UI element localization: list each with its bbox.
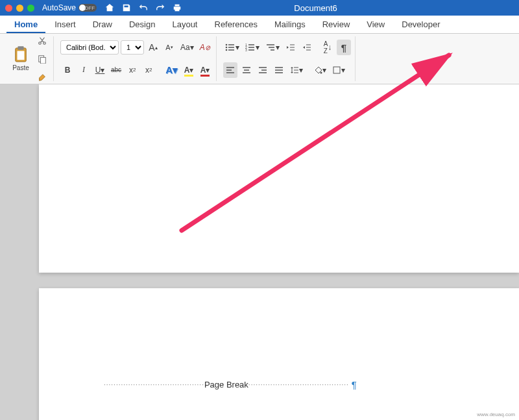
close-window-button[interactable] (5, 5, 12, 12)
align-center-button[interactable] (239, 62, 254, 78)
page-break-indicator: ········································… (104, 379, 454, 390)
maximize-window-button[interactable] (27, 5, 34, 12)
svg-text:3: 3 (245, 48, 247, 52)
justify-icon (274, 66, 284, 74)
tab-insert[interactable]: Insert (47, 17, 84, 33)
autosave-control[interactable]: AutoSave OFF (42, 3, 97, 12)
highlight-button[interactable]: A ▾ (182, 62, 196, 78)
align-center-icon (242, 66, 251, 74)
align-right-button[interactable] (256, 62, 270, 78)
bullets-button[interactable]: ▾ (223, 40, 241, 55)
watermark: www.deuaq.com (477, 412, 515, 417)
scissors-icon (38, 36, 47, 45)
page-break-label: Page Break (204, 380, 248, 389)
paragraph-group: ▾ 123 ▾ ▾ AZ↓ ¶ ▾ ▾ ▾ (219, 36, 356, 81)
tab-review[interactable]: Review (315, 17, 358, 33)
increase-indent-button[interactable] (300, 40, 314, 55)
document-area[interactable]: ········································… (0, 84, 519, 420)
paste-button[interactable]: Paste (8, 46, 34, 71)
font-name-select[interactable]: Calibri (Bod... (60, 40, 119, 55)
clipboard-group: Paste (4, 36, 54, 81)
clear-formatting-button[interactable]: A⊘ (198, 40, 212, 55)
tab-design[interactable]: Design (121, 17, 163, 33)
indent-icon (302, 43, 311, 52)
outdent-icon (286, 43, 295, 52)
numbered-list-icon: 123 (245, 43, 256, 52)
show-paragraph-marks-button[interactable]: ¶ (337, 40, 351, 55)
tab-view[interactable]: View (359, 17, 392, 33)
decrease-indent-button[interactable] (284, 40, 298, 55)
ribbon-tabs: Home Insert Draw Design Layout Reference… (0, 16, 519, 34)
tab-references[interactable]: References (207, 17, 265, 33)
font-size-select[interactable]: 12 (121, 40, 144, 55)
font-group: Calibri (Bod... 12 A▴ A▾ Aa ▾ A⊘ B I U ▾… (56, 36, 217, 81)
multilevel-list-button[interactable]: ▾ (263, 40, 282, 55)
multilevel-list-icon (265, 43, 276, 52)
borders-button[interactable]: ▾ (330, 62, 347, 78)
line-spacing-icon (290, 66, 299, 75)
svg-point-42 (320, 71, 322, 73)
superscript-button[interactable]: x2 (141, 62, 156, 78)
copy-button[interactable] (35, 51, 49, 67)
autosave-label: AutoSave (42, 3, 76, 12)
paintbrush-icon (38, 73, 47, 82)
copy-icon (38, 55, 47, 64)
paint-bucket-icon (313, 66, 322, 75)
strikethrough-button[interactable]: abc (109, 62, 123, 78)
ribbon: Paste Calibri (Bod... 12 A▴ A▾ Aa ▾ A⊘ B… (0, 34, 519, 84)
svg-rect-2 (18, 51, 25, 60)
align-left-icon (226, 66, 235, 74)
minimize-window-button[interactable] (16, 5, 23, 12)
text-effects-button[interactable]: A ▾ (163, 62, 180, 78)
tab-layout[interactable]: Layout (164, 17, 205, 33)
italic-button[interactable]: I (77, 62, 91, 78)
tab-draw[interactable]: Draw (85, 17, 120, 33)
svg-point-6 (226, 47, 228, 49)
change-case-button[interactable]: Aa ▾ (178, 40, 196, 55)
svg-point-7 (226, 49, 228, 51)
svg-rect-43 (333, 67, 340, 73)
align-left-button[interactable] (223, 62, 237, 78)
autosave-toggle[interactable]: OFF (78, 4, 97, 12)
shading-button[interactable]: ▾ (311, 62, 328, 78)
svg-rect-4 (40, 57, 45, 64)
align-right-icon (258, 66, 267, 74)
document-page-2[interactable]: ········································… (39, 288, 519, 420)
format-painter-button[interactable] (35, 69, 49, 85)
bold-button[interactable]: B (60, 62, 75, 78)
window-controls (5, 5, 34, 12)
bullet-list-icon (225, 43, 235, 52)
sort-button[interactable]: AZ↓ (320, 40, 335, 55)
cut-button[interactable] (35, 33, 49, 49)
underline-button[interactable]: U ▾ (93, 62, 107, 78)
tab-home[interactable]: Home (6, 17, 45, 33)
title-bar: AutoSave OFF Document6 (0, 0, 519, 16)
numbering-button[interactable]: 123 ▾ (243, 40, 261, 55)
increase-font-button[interactable]: A▴ (146, 40, 160, 55)
borders-icon (332, 66, 341, 75)
decrease-font-button[interactable]: A▾ (162, 40, 176, 55)
svg-point-5 (226, 44, 228, 46)
home-icon[interactable] (104, 3, 115, 13)
justify-button[interactable] (272, 62, 286, 78)
font-color-button[interactable]: A ▾ (198, 62, 212, 78)
tab-mailings[interactable]: Mailings (267, 17, 313, 33)
tab-developer[interactable]: Developer (394, 17, 448, 33)
document-title: Document6 (117, 3, 514, 13)
pilcrow-mark: ¶ (352, 379, 357, 390)
svg-rect-1 (18, 46, 23, 50)
document-page-1[interactable] (39, 84, 519, 273)
clipboard-icon (14, 46, 28, 63)
line-spacing-button[interactable]: ▾ (288, 62, 305, 78)
subscript-button[interactable]: x2 (125, 62, 139, 78)
